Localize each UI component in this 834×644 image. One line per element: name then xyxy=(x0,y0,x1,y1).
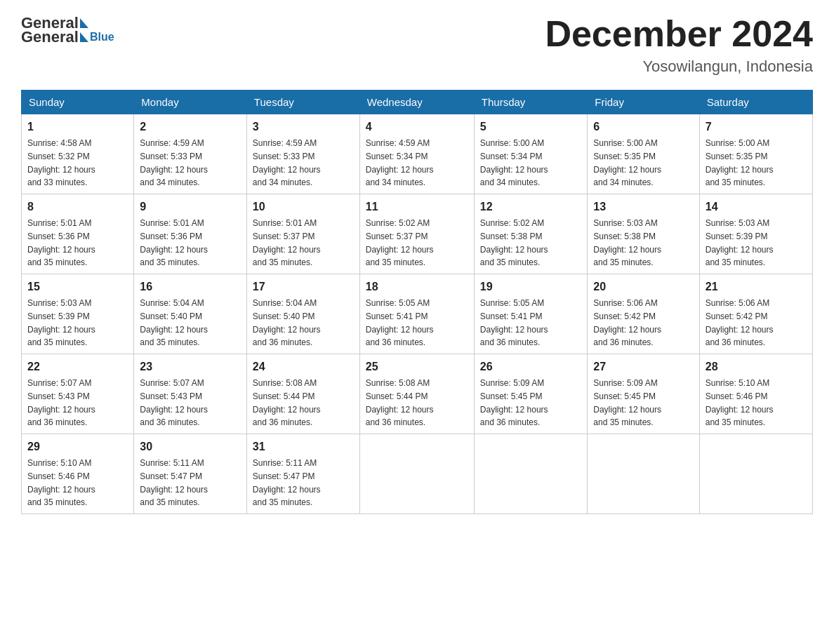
day-info: Sunrise: 5:01 AMSunset: 5:36 PMDaylight:… xyxy=(140,218,208,267)
logo-general-text2: General xyxy=(21,28,79,46)
day-info: Sunrise: 5:04 AMSunset: 5:40 PMDaylight:… xyxy=(140,298,208,347)
day-info: Sunrise: 4:59 AMSunset: 5:33 PMDaylight:… xyxy=(253,138,321,187)
day-info: Sunrise: 5:03 AMSunset: 5:39 PMDaylight:… xyxy=(27,298,95,347)
day-info: Sunrise: 4:59 AMSunset: 5:33 PMDaylight:… xyxy=(140,138,208,187)
day-number: 30 xyxy=(140,438,241,455)
day-number: 20 xyxy=(593,279,693,295)
table-row: 16Sunrise: 5:04 AMSunset: 5:40 PMDayligh… xyxy=(134,274,247,354)
logo-triangle-icon xyxy=(80,18,88,28)
day-info: Sunrise: 5:06 AMSunset: 5:42 PMDaylight:… xyxy=(593,298,661,347)
day-number: 10 xyxy=(253,199,354,215)
calendar-week-5: 29Sunrise: 5:10 AMSunset: 5:46 PMDayligh… xyxy=(22,434,813,514)
day-info: Sunrise: 5:06 AMSunset: 5:42 PMDaylight:… xyxy=(706,298,774,347)
table-row: 21Sunrise: 5:06 AMSunset: 5:42 PMDayligh… xyxy=(699,274,812,354)
table-row: 3Sunrise: 4:59 AMSunset: 5:33 PMDaylight… xyxy=(246,114,359,194)
day-number: 29 xyxy=(27,438,128,455)
table-row: 20Sunrise: 5:06 AMSunset: 5:42 PMDayligh… xyxy=(588,274,699,354)
day-info: Sunrise: 5:02 AMSunset: 5:38 PMDaylight:… xyxy=(480,218,548,267)
table-row: 23Sunrise: 5:07 AMSunset: 5:43 PMDayligh… xyxy=(134,354,247,434)
table-row: 15Sunrise: 5:03 AMSunset: 5:39 PMDayligh… xyxy=(22,274,134,354)
table-row: 22Sunrise: 5:07 AMSunset: 5:43 PMDayligh… xyxy=(22,354,134,434)
table-row: 11Sunrise: 5:02 AMSunset: 5:37 PMDayligh… xyxy=(359,194,474,274)
page-header: General General Blue December 2024 Yosow… xyxy=(21,14,813,76)
table-row: 24Sunrise: 5:08 AMSunset: 5:44 PMDayligh… xyxy=(246,354,359,434)
table-row: 5Sunrise: 5:00 AMSunset: 5:34 PMDaylight… xyxy=(474,114,587,194)
table-row: 4Sunrise: 4:59 AMSunset: 5:34 PMDaylight… xyxy=(359,114,474,194)
day-number: 21 xyxy=(706,279,807,295)
table-row: 28Sunrise: 5:10 AMSunset: 5:46 PMDayligh… xyxy=(699,354,812,434)
day-number: 18 xyxy=(366,279,468,295)
table-row: 14Sunrise: 5:03 AMSunset: 5:39 PMDayligh… xyxy=(699,194,812,274)
day-info: Sunrise: 5:01 AMSunset: 5:36 PMDaylight:… xyxy=(27,218,95,267)
col-header-saturday: Saturday xyxy=(699,90,812,114)
table-row: 10Sunrise: 5:01 AMSunset: 5:37 PMDayligh… xyxy=(246,194,359,274)
table-row: 26Sunrise: 5:09 AMSunset: 5:45 PMDayligh… xyxy=(474,354,587,434)
day-info: Sunrise: 5:11 AMSunset: 5:47 PMDaylight:… xyxy=(140,458,208,507)
day-info: Sunrise: 5:07 AMSunset: 5:43 PMDaylight:… xyxy=(27,378,95,427)
table-row xyxy=(359,434,474,514)
calendar-header-row: Sunday Monday Tuesday Wednesday Thursday… xyxy=(22,90,813,114)
logo-triangle-icon2 xyxy=(80,32,88,42)
day-number: 25 xyxy=(366,358,468,375)
table-row: 25Sunrise: 5:08 AMSunset: 5:44 PMDayligh… xyxy=(359,354,474,434)
table-row xyxy=(474,434,587,514)
day-info: Sunrise: 5:05 AMSunset: 5:41 PMDaylight:… xyxy=(366,298,434,347)
col-header-thursday: Thursday xyxy=(474,90,587,114)
table-row: 27Sunrise: 5:09 AMSunset: 5:45 PMDayligh… xyxy=(588,354,699,434)
location-title: Yosowilangun, Indonesia xyxy=(545,58,813,76)
table-row: 13Sunrise: 5:03 AMSunset: 5:38 PMDayligh… xyxy=(588,194,699,274)
day-number: 23 xyxy=(140,358,241,375)
day-number: 2 xyxy=(140,119,241,135)
table-row: 12Sunrise: 5:02 AMSunset: 5:38 PMDayligh… xyxy=(474,194,587,274)
calendar-table: Sunday Monday Tuesday Wednesday Thursday… xyxy=(21,90,813,514)
day-info: Sunrise: 5:07 AMSunset: 5:43 PMDaylight:… xyxy=(140,378,208,427)
day-info: Sunrise: 5:00 AMSunset: 5:34 PMDaylight:… xyxy=(480,138,548,187)
day-info: Sunrise: 5:11 AMSunset: 5:47 PMDaylight:… xyxy=(253,458,321,507)
day-info: Sunrise: 5:10 AMSunset: 5:46 PMDaylight:… xyxy=(706,378,774,427)
day-number: 9 xyxy=(140,199,241,215)
table-row: 17Sunrise: 5:04 AMSunset: 5:40 PMDayligh… xyxy=(246,274,359,354)
day-number: 1 xyxy=(27,119,128,135)
table-row: 1Sunrise: 4:58 AMSunset: 5:32 PMDaylight… xyxy=(22,114,134,194)
table-row: 9Sunrise: 5:01 AMSunset: 5:36 PMDaylight… xyxy=(134,194,247,274)
table-row xyxy=(699,434,812,514)
day-info: Sunrise: 5:03 AMSunset: 5:39 PMDaylight:… xyxy=(706,218,774,267)
calendar-week-3: 15Sunrise: 5:03 AMSunset: 5:39 PMDayligh… xyxy=(22,274,813,354)
day-info: Sunrise: 5:10 AMSunset: 5:46 PMDaylight:… xyxy=(27,458,95,507)
month-title: December 2024 xyxy=(545,14,813,54)
title-area: December 2024 Yosowilangun, Indonesia xyxy=(545,14,813,76)
day-number: 27 xyxy=(593,358,693,375)
col-header-tuesday: Tuesday xyxy=(246,90,359,114)
day-number: 22 xyxy=(27,358,128,375)
day-info: Sunrise: 5:00 AMSunset: 5:35 PMDaylight:… xyxy=(706,138,774,187)
logo-blue-text: Blue xyxy=(90,31,114,43)
day-number: 8 xyxy=(27,199,128,215)
day-info: Sunrise: 5:08 AMSunset: 5:44 PMDaylight:… xyxy=(253,378,321,427)
day-number: 3 xyxy=(253,119,354,135)
calendar-week-1: 1Sunrise: 4:58 AMSunset: 5:32 PMDaylight… xyxy=(22,114,813,194)
day-info: Sunrise: 4:59 AMSunset: 5:34 PMDaylight:… xyxy=(366,138,434,187)
table-row: 18Sunrise: 5:05 AMSunset: 5:41 PMDayligh… xyxy=(359,274,474,354)
day-number: 4 xyxy=(366,119,468,135)
col-header-monday: Monday xyxy=(134,90,247,114)
day-info: Sunrise: 4:58 AMSunset: 5:32 PMDaylight:… xyxy=(27,138,95,187)
day-number: 14 xyxy=(706,199,807,215)
day-number: 28 xyxy=(706,358,807,375)
calendar-week-4: 22Sunrise: 5:07 AMSunset: 5:43 PMDayligh… xyxy=(22,354,813,434)
table-row: 8Sunrise: 5:01 AMSunset: 5:36 PMDaylight… xyxy=(22,194,134,274)
table-row: 30Sunrise: 5:11 AMSunset: 5:47 PMDayligh… xyxy=(134,434,247,514)
day-number: 11 xyxy=(366,199,468,215)
day-number: 19 xyxy=(480,279,581,295)
day-info: Sunrise: 5:04 AMSunset: 5:40 PMDaylight:… xyxy=(253,298,321,347)
day-number: 31 xyxy=(253,438,354,455)
table-row: 7Sunrise: 5:00 AMSunset: 5:35 PMDaylight… xyxy=(699,114,812,194)
col-header-sunday: Sunday xyxy=(22,90,134,114)
table-row: 29Sunrise: 5:10 AMSunset: 5:46 PMDayligh… xyxy=(22,434,134,514)
day-number: 7 xyxy=(706,119,807,135)
calendar-week-2: 8Sunrise: 5:01 AMSunset: 5:36 PMDaylight… xyxy=(22,194,813,274)
logo: General General Blue xyxy=(21,14,114,46)
day-info: Sunrise: 5:08 AMSunset: 5:44 PMDaylight:… xyxy=(366,378,434,427)
table-row: 2Sunrise: 4:59 AMSunset: 5:33 PMDaylight… xyxy=(134,114,247,194)
table-row: 19Sunrise: 5:05 AMSunset: 5:41 PMDayligh… xyxy=(474,274,587,354)
day-number: 17 xyxy=(253,279,354,295)
